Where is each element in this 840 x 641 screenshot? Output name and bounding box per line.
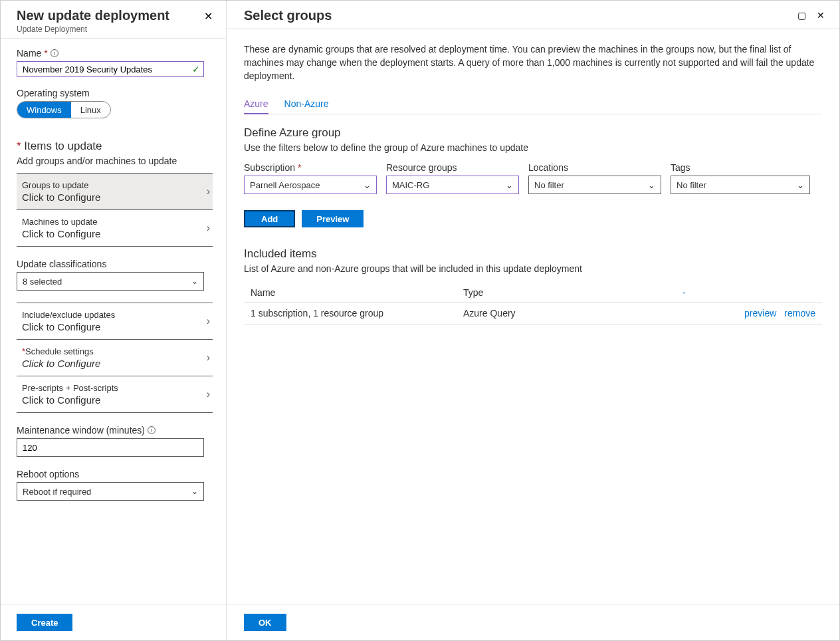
pre-post-scripts-item[interactable]: Pre-scripts + Post-scripts Click to Conf… (17, 376, 213, 413)
define-azure-group-heading: Define Azure group (244, 126, 822, 140)
chevron-right-icon: › (207, 222, 210, 234)
name-input[interactable] (17, 61, 204, 77)
row-name: 1 subscription, 1 resource group (251, 308, 463, 319)
reboot-options-label: Reboot options (17, 469, 213, 479)
classifications-select[interactable]: 8 selected ⌄ (17, 272, 204, 291)
items-to-update-heading: * Items to update (17, 140, 213, 153)
maintenance-window-input[interactable] (17, 438, 204, 457)
maximize-icon[interactable]: ▢ (792, 7, 811, 23)
tags-label: Tags (671, 162, 810, 173)
define-azure-group-sub: Use the filters below to define the grou… (244, 142, 822, 153)
classifications-label: Update classifications (17, 259, 213, 269)
add-button[interactable]: Add (244, 210, 295, 227)
tags-select[interactable]: No filter⌄ (671, 176, 810, 194)
os-label: Operating system (17, 88, 213, 98)
chevron-right-icon: › (207, 315, 210, 327)
ok-button[interactable]: OK (244, 614, 286, 631)
chevron-down-icon: ⌄ (191, 277, 198, 286)
info-icon[interactable]: i (51, 49, 58, 57)
row-remove-link[interactable]: remove (784, 308, 815, 319)
check-icon: ✓ (192, 64, 200, 74)
resource-groups-select[interactable]: MAIC-RG⌄ (386, 176, 519, 194)
resource-groups-label: Resource groups (386, 162, 519, 173)
close-icon[interactable]: ✕ (201, 7, 215, 25)
locations-select[interactable]: No filter⌄ (528, 176, 661, 194)
preview-button[interactable]: Preview (302, 210, 364, 227)
chevron-right-icon: › (207, 388, 210, 400)
select-groups-description: These are dynamic groups that are resolv… (244, 43, 822, 82)
table-row: 1 subscription, 1 resource group Azure Q… (244, 303, 822, 324)
close-icon[interactable]: ✕ (811, 7, 830, 23)
chevron-down-icon: ⌄ (506, 180, 513, 190)
chevron-down-icon: ⌄ (364, 180, 371, 190)
locations-label: Locations (528, 162, 661, 173)
row-preview-link[interactable]: preview (744, 308, 776, 319)
chevron-down-icon: ⌄ (648, 180, 655, 190)
included-items-heading: Included items (244, 247, 822, 261)
tab-azure[interactable]: Azure (244, 94, 268, 114)
create-button[interactable]: Create (17, 614, 72, 631)
include-exclude-item[interactable]: Include/exclude updates Click to Configu… (17, 303, 213, 340)
groups-to-update-item[interactable]: Groups to update Click to Configure › (17, 174, 213, 210)
chevron-down-icon: ⌄ (797, 180, 804, 190)
left-panel-subtitle: Update Deployment (17, 25, 201, 34)
row-type: Azure Query (463, 308, 682, 319)
items-to-update-sub: Add groups and/or machines to update (17, 156, 213, 166)
included-items-table: Name Type - 1 subscription, 1 resource g… (244, 283, 822, 324)
col-sort-placeholder[interactable]: - (682, 287, 722, 298)
right-panel: Select groups ▢ ✕ These are dynamic grou… (227, 1, 839, 640)
chevron-down-icon: ⌄ (191, 487, 198, 496)
subscription-select[interactable]: Parnell Aerospace⌄ (244, 176, 377, 194)
os-toggle: Windows Linux (17, 101, 111, 118)
left-panel: New update deployment Update Deployment … (1, 1, 227, 640)
right-panel-title: Select groups (244, 8, 792, 23)
left-panel-title: New update deployment (17, 7, 201, 23)
reboot-options-select[interactable]: Reboot if required ⌄ (17, 482, 204, 501)
info-icon[interactable]: i (148, 426, 156, 434)
name-label: Name* i (17, 48, 213, 59)
col-type-header[interactable]: Type (463, 287, 682, 298)
os-windows[interactable]: Windows (17, 102, 71, 118)
tab-non-azure[interactable]: Non-Azure (284, 94, 329, 114)
col-name-header[interactable]: Name (251, 287, 463, 298)
included-items-sub: List of Azure and non-Azure groups that … (244, 263, 822, 274)
maintenance-window-label: Maintenance window (minutes) i (17, 425, 213, 436)
subscription-label: Subscription * (244, 162, 377, 173)
chevron-right-icon: › (207, 352, 210, 364)
schedule-settings-item[interactable]: *Schedule settings Click to Configure › (17, 340, 213, 376)
os-linux[interactable]: Linux (71, 102, 110, 118)
chevron-right-icon: › (207, 186, 210, 197)
tabs: Azure Non-Azure (244, 94, 822, 114)
machines-to-update-item[interactable]: Machines to update Click to Configure › (17, 210, 213, 247)
